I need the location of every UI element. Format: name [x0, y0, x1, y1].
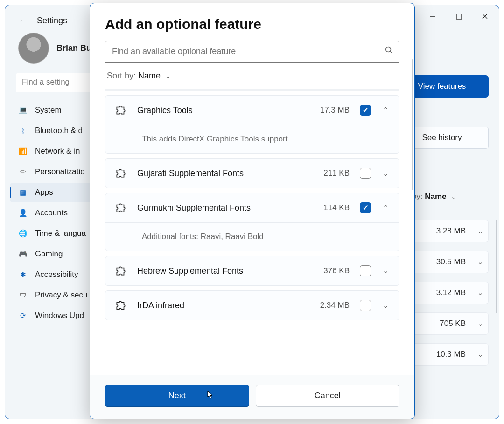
- puzzle-icon: [115, 202, 127, 214]
- feature-name: Hebrew Supplemental Fonts: [137, 266, 313, 276]
- minimize-button[interactable]: [429, 13, 436, 20]
- feature-size: 705 KB: [440, 319, 466, 328]
- dialog-title: Add an optional feature: [90, 3, 414, 41]
- modal-scrollbar-thumb[interactable]: [412, 59, 413, 190]
- feature-item: Gujarati Supplemental Fonts211 KB⌄: [105, 158, 399, 188]
- feature-description: This adds DirectX Graphics Tools support: [105, 125, 399, 153]
- chevron-down-icon[interactable]: ⌄: [381, 301, 390, 310]
- feature-size: 376 KB: [323, 266, 350, 276]
- feature-size: 10.3 MB: [436, 350, 466, 359]
- feature-row[interactable]: Hebrew Supplemental Fonts376 KB⌄: [105, 256, 399, 285]
- next-button[interactable]: Next: [105, 385, 249, 407]
- feature-checkbox[interactable]: ✔: [360, 202, 371, 213]
- feature-name: Gujarati Supplemental Fonts: [137, 169, 313, 178]
- sidebar-item-label: Gaming: [35, 249, 63, 259]
- chevron-down-icon: ⌄: [451, 192, 457, 200]
- svg-line-5: [390, 51, 392, 53]
- chevron-down-icon: ⌄: [165, 72, 171, 80]
- chevron-down-icon: ⌄: [476, 258, 484, 266]
- sidebar-icon: ▦: [18, 188, 28, 197]
- feature-row[interactable]: Gurmukhi Supplemental Fonts114 KB✔⌃: [105, 193, 399, 222]
- puzzle-icon: [115, 299, 127, 311]
- avatar: [18, 33, 49, 64]
- feature-checkbox[interactable]: [360, 168, 371, 179]
- puzzle-icon: [115, 167, 127, 179]
- sidebar-icon: ✱: [18, 270, 28, 279]
- feature-search-input[interactable]: [105, 41, 399, 63]
- svg-point-4: [386, 47, 391, 52]
- scrollbar-thumb[interactable]: [496, 220, 497, 313]
- sidebar-icon: ᛒ: [18, 126, 28, 135]
- feature-item: Graphics Tools17.3 MB✔⌃This adds DirectX…: [105, 95, 399, 154]
- sidebar-icon: 📶: [18, 147, 28, 156]
- sidebar-icon: 👤: [18, 208, 28, 218]
- feature-size: 2.34 MB: [320, 301, 350, 310]
- sidebar-icon: ⟳: [18, 311, 28, 320]
- feature-checkbox[interactable]: [360, 300, 371, 311]
- sidebar-item-label: Privacy & secu: [35, 290, 87, 300]
- sidebar-item-label: System: [35, 106, 62, 115]
- feature-name: IrDA infrared: [137, 301, 310, 311]
- window-titlebar: [419, 5, 499, 28]
- sidebar-item-label: Accessibility: [35, 270, 78, 279]
- feature-size: 3.28 MB: [436, 226, 466, 236]
- close-button[interactable]: [481, 13, 489, 20]
- chevron-down-icon: ⌄: [476, 350, 484, 359]
- back-arrow-icon[interactable]: ←: [18, 15, 28, 26]
- chevron-down-icon: ⌄: [476, 227, 484, 235]
- sidebar-item-label: Network & in: [35, 147, 80, 156]
- sidebar-item-label: Apps: [35, 188, 53, 197]
- puzzle-icon: [115, 104, 127, 116]
- feature-size: 17.3 MB: [320, 106, 350, 115]
- page-title: Settings: [37, 16, 67, 26]
- chevron-down-icon: ⌄: [476, 289, 484, 297]
- chevron-down-icon: ⌄: [476, 319, 484, 328]
- feature-size: 3.12 MB: [436, 288, 466, 297]
- feature-item: Gurmukhi Supplemental Fonts114 KB✔⌃Addit…: [105, 193, 399, 251]
- chevron-up-icon[interactable]: ⌃: [381, 106, 390, 114]
- sidebar-item-label: Time & langua: [35, 229, 86, 238]
- feature-description: Additional fonts: Raavi, Raavi Bold: [105, 222, 399, 251]
- svg-rect-1: [456, 14, 462, 19]
- feature-item: Hebrew Supplemental Fonts376 KB⌄: [105, 256, 399, 286]
- feature-checkbox[interactable]: [360, 265, 371, 276]
- sidebar-item-label: Bluetooth & d: [35, 126, 83, 135]
- feature-name: Graphics Tools: [137, 106, 310, 115]
- sidebar-item-label: Personalizatio: [35, 167, 85, 177]
- feature-item: IrDA infrared2.34 MB⌄: [105, 290, 399, 320]
- feature-row[interactable]: IrDA infrared2.34 MB⌄: [105, 291, 399, 320]
- feature-list: Graphics Tools17.3 MB✔⌃This adds DirectX…: [105, 89, 399, 320]
- add-feature-dialog: Add an optional feature Sort by: Name ⌄ …: [90, 3, 415, 419]
- sidebar-icon: 🛡: [18, 290, 28, 300]
- puzzle-icon: [115, 265, 127, 277]
- maximize-button[interactable]: [455, 13, 462, 20]
- sidebar-icon: 💻: [18, 106, 28, 115]
- chevron-up-icon[interactable]: ⌃: [381, 204, 390, 212]
- feature-row[interactable]: Gujarati Supplemental Fonts211 KB⌄: [105, 159, 399, 188]
- sidebar-icon: 🎮: [18, 249, 28, 259]
- feature-checkbox[interactable]: ✔: [360, 105, 371, 116]
- sidebar-item-label: Accounts: [35, 208, 68, 218]
- sort-by-dropdown[interactable]: Sort by: Name ⌄: [107, 71, 398, 81]
- chevron-down-icon[interactable]: ⌄: [381, 169, 390, 177]
- sidebar-icon: ✏: [18, 167, 28, 177]
- search-icon: [385, 46, 393, 56]
- feature-size: 114 KB: [323, 203, 350, 212]
- cancel-button[interactable]: Cancel: [256, 385, 400, 407]
- cursor-icon: [207, 390, 215, 402]
- feature-size: 30.5 MB: [436, 257, 466, 267]
- feature-size: 211 KB: [323, 169, 350, 178]
- chevron-down-icon[interactable]: ⌄: [381, 267, 390, 275]
- feature-name: Gurmukhi Supplemental Fonts: [137, 203, 313, 213]
- sidebar-item-label: Windows Upd: [35, 311, 84, 320]
- sidebar-icon: 🌐: [18, 229, 28, 238]
- feature-row[interactable]: Graphics Tools17.3 MB✔⌃: [105, 96, 399, 125]
- user-name: Brian Bur: [56, 43, 95, 53]
